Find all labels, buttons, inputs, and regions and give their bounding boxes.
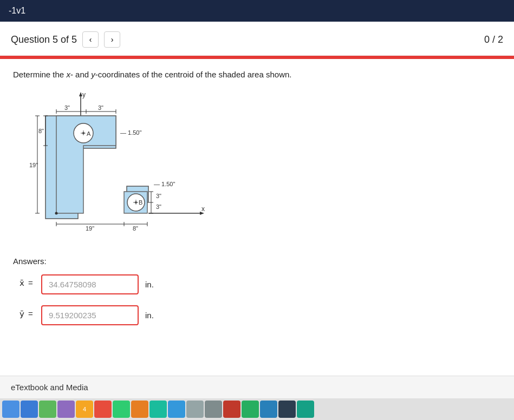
y-unit: in. — [145, 311, 154, 320]
svg-text:ȳ: ȳ — [19, 309, 24, 318]
taskbar-icon-finder[interactable] — [2, 401, 19, 418]
taskbar-icon-app12[interactable] — [205, 401, 222, 418]
top-bar-title: -1v1 — [9, 6, 25, 16]
next-button[interactable]: › — [104, 31, 120, 48]
taskbar-icon-excel[interactable] — [297, 401, 314, 418]
svg-text:8": 8" — [38, 128, 44, 134]
x-answer-row: x̄ = in. — [13, 274, 501, 294]
y-symbol: ȳ = — [13, 308, 35, 323]
taskbar-icon-appletv[interactable] — [260, 401, 277, 418]
svg-text:A: A — [87, 130, 91, 137]
svg-text:x̄: x̄ — [19, 278, 24, 287]
svg-point-10 — [55, 212, 58, 215]
svg-text:3": 3" — [156, 204, 161, 210]
taskbar-icon-app11[interactable] — [186, 401, 204, 418]
svg-text:— 1.50": — 1.50" — [120, 129, 141, 136]
prev-button[interactable]: ‹ — [82, 31, 99, 48]
diagram-svg: y x — [29, 89, 224, 246]
answers-section: Answers: x̄ = in. ȳ = in. — [13, 257, 501, 325]
question-nav: Question 5 of 5 ‹ › — [11, 31, 120, 48]
taskbar-icon-messages[interactable] — [168, 401, 185, 418]
question-title: Question 5 of 5 — [11, 34, 77, 45]
svg-text:— 1.50": — 1.50" — [154, 181, 175, 187]
taskbar-icon-maps[interactable] — [113, 401, 130, 418]
y-answer-row: ȳ = in. — [13, 305, 501, 325]
problem-text: Determine the x- and y-coordinates of th… — [13, 70, 501, 79]
svg-text:y: y — [82, 91, 86, 99]
taskbar-icon-app14[interactable] — [242, 401, 259, 418]
top-bar: -1v1 — [0, 0, 514, 22]
svg-text:19": 19" — [86, 225, 94, 232]
svg-text:=: = — [28, 309, 33, 318]
diagram-container: y x — [29, 89, 224, 246]
taskbar-icon-teams[interactable] — [21, 401, 38, 418]
svg-text:19": 19" — [29, 162, 38, 168]
question-header: Question 5 of 5 ‹ › 0 / 2 — [0, 22, 514, 56]
svg-text:3": 3" — [98, 104, 103, 111]
taskbar-icon-app6[interactable] — [94, 401, 112, 418]
taskbar-icon-app4[interactable] — [57, 401, 75, 418]
svg-text:3": 3" — [64, 104, 70, 111]
etextbook-label: eTextbook and Media — [11, 383, 88, 392]
taskbar-icon-app13[interactable] — [223, 401, 240, 418]
taskbar: 4 — [0, 398, 514, 420]
etextbook-bar: eTextbook and Media — [0, 376, 514, 398]
x-unit: in. — [145, 280, 154, 289]
svg-text:B: B — [139, 199, 142, 206]
answers-label: Answers: — [13, 257, 501, 266]
y-input[interactable] — [41, 305, 139, 325]
main-content: Determine the x- and y-coordinates of th… — [0, 59, 514, 347]
taskbar-icon-word[interactable] — [278, 401, 296, 418]
x-input[interactable] — [41, 274, 139, 294]
svg-text:3": 3" — [156, 193, 161, 199]
taskbar-icon-photos[interactable] — [131, 401, 148, 418]
svg-text:8": 8" — [133, 225, 138, 232]
score-display: 0 / 2 — [484, 34, 503, 45]
taskbar-icon-calendar[interactable]: 4 — [76, 401, 93, 418]
svg-text:x: x — [201, 205, 205, 213]
taskbar-icon-app3[interactable] — [39, 401, 56, 418]
x-symbol: x̄ = — [13, 277, 35, 292]
taskbar-icon-app9[interactable] — [149, 401, 167, 418]
svg-text:=: = — [28, 278, 33, 287]
